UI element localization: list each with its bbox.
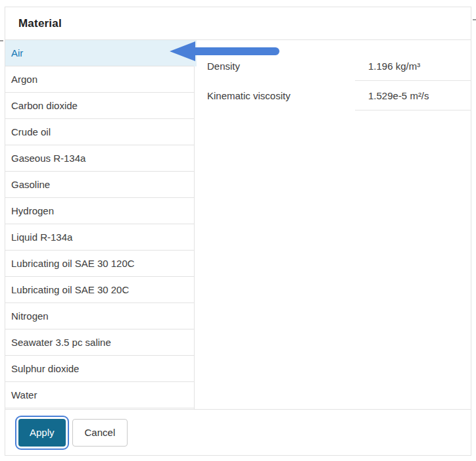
material-list-item-gaseous-r134a[interactable]: Gaseous R-134a xyxy=(5,145,194,172)
material-list-item-liquid-r134a[interactable]: Liquid R-134a xyxy=(5,224,194,251)
material-list-item-lubricating-oil-sae30-120c[interactable]: Lubricating oil SAE 30 120C xyxy=(5,251,194,277)
property-label: Kinematic viscosity xyxy=(195,81,355,110)
dialog-body: Air Argon Carbon dioxide Crude oil Gaseo… xyxy=(5,40,471,409)
material-properties-panel: Density 1.196 kg/m³ Kinematic viscosity … xyxy=(195,40,471,409)
dialog-header: Material xyxy=(5,7,471,40)
annotation-handle-left xyxy=(0,40,3,41)
property-value: 1.196 kg/m³ xyxy=(355,51,471,81)
property-row-kinematic-viscosity: Kinematic viscosity 1.529e-5 m²/s xyxy=(195,81,471,110)
material-list-item-sulphur-dioxide[interactable]: Sulphur dioxide xyxy=(5,356,194,382)
material-list-item-carbon-dioxide[interactable]: Carbon dioxide xyxy=(5,93,194,119)
material-list-item-nitrogen[interactable]: Nitrogen xyxy=(5,303,194,329)
material-list-item-air[interactable]: Air xyxy=(5,40,194,66)
property-value: 1.529e-5 m²/s xyxy=(355,81,471,110)
apply-button[interactable]: Apply xyxy=(18,419,66,447)
annotation-handle-right xyxy=(473,19,476,20)
dialog-title: Material xyxy=(18,17,62,30)
material-dialog: Material Air Argon Carbon dioxide Crude … xyxy=(5,7,471,456)
dialog-footer: Apply Cancel xyxy=(5,409,471,455)
material-list-item-argon[interactable]: Argon xyxy=(5,66,194,93)
property-row-density: Density 1.196 kg/m³ xyxy=(195,51,471,81)
material-list-item-water[interactable]: Water xyxy=(5,382,194,408)
page: Material Air Argon Carbon dioxide Crude … xyxy=(0,0,476,461)
material-list-item-lubricating-oil-sae30-20c[interactable]: Lubricating oil SAE 30 20C xyxy=(5,277,194,303)
material-list-item-hydrogen[interactable]: Hydrogen xyxy=(5,198,194,224)
property-label: Density xyxy=(195,51,355,81)
cancel-button[interactable]: Cancel xyxy=(72,419,128,447)
material-list-item-gasoline[interactable]: Gasoline xyxy=(5,172,194,198)
material-list: Air Argon Carbon dioxide Crude oil Gaseo… xyxy=(5,40,195,409)
material-list-item-seawater[interactable]: Seawater 3.5 pc saline xyxy=(5,329,194,356)
material-list-item-crude-oil[interactable]: Crude oil xyxy=(5,119,194,145)
